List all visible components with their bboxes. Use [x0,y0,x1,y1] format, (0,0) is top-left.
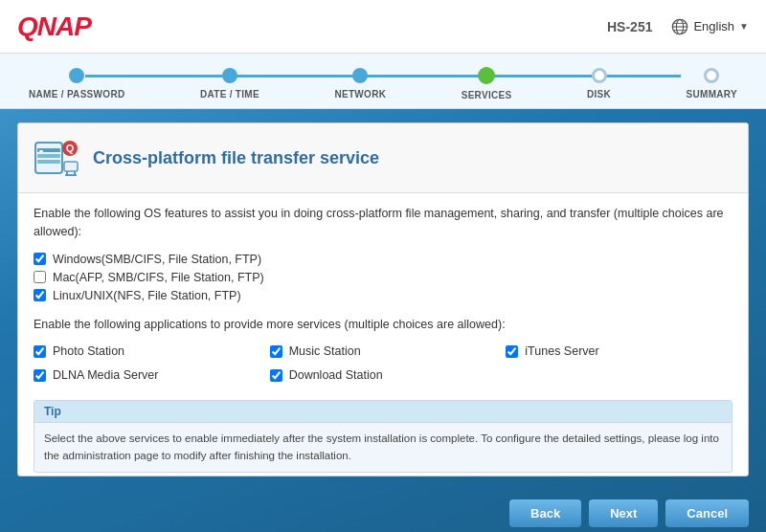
svg-rect-7 [37,154,60,158]
step-label-5: DISK [587,89,611,100]
qnap-logo: QNAP [17,11,91,42]
checkbox-download-input[interactable] [270,369,282,382]
globe-icon [671,18,688,35]
svg-rect-8 [37,160,60,164]
wizard-bar: NAME / PASSWORD DATE / TIME NETWORK SERV… [0,54,766,109]
checkbox-photo: Photo Station [34,344,260,358]
step-circle-1 [69,68,84,83]
section-header: Q Cross-platform file transfer service [18,123,748,193]
checkbox-music: Music Station [270,344,497,358]
language-label: English [693,19,734,33]
tip-text: Select the above services to enable imme… [34,423,732,472]
step-label-1: NAME / PASSWORD [29,89,124,100]
main-content-area: Q Cross-platform file transfer service E… [17,122,749,477]
os-description: Enable the following OS features to assi… [34,205,732,241]
language-selector[interactable]: English ▼ [671,18,749,35]
checkbox-windows-input[interactable] [34,253,46,265]
checkbox-dlna: DLNA Media Server [34,368,260,382]
next-button[interactable]: Next [589,499,658,527]
checkbox-linux-input[interactable] [34,289,46,301]
checkbox-photo-input[interactable] [34,345,46,358]
step-summary: SUMMARY [687,68,737,100]
tip-box: Tip Select the above services to enable … [34,400,732,473]
checkbox-mac: Mac(AFP, SMB/CIFS, File Station, FTP) [34,271,732,284]
svg-text:Q: Q [66,143,75,154]
step-circle-2 [222,68,237,83]
checkbox-mac-input[interactable] [34,271,46,283]
step-circle-6 [704,68,719,83]
section-title: Cross-platform file transfer service [93,148,379,168]
checkbox-dlna-input[interactable] [34,369,46,382]
step-circle-3 [352,68,368,83]
lang-arrow: ▼ [739,21,749,32]
footer: Back Next Cancel [0,490,766,532]
apps-section: Enable the following applications to pro… [34,316,732,388]
checkbox-download-label: Download Station [289,368,383,382]
step-label-2: DATE / TIME [200,89,259,100]
checkbox-itunes-label: iTunes Server [525,344,598,358]
cancel-button[interactable]: Cancel [665,499,749,527]
checkbox-music-label: Music Station [289,344,361,358]
svg-rect-9 [39,150,43,152]
step-circle-5 [592,68,607,83]
checkbox-mac-label: Mac(AFP, SMB/CIFS, File Station, FTP) [53,271,264,284]
header-right: HS-251 English ▼ [607,18,749,35]
step-circle-4 [478,67,495,84]
step-services: SERVICES [462,67,512,100]
os-checkboxes: Windows(SMB/CIFS, File Station, FTP) Mac… [34,253,732,302]
step-label-3: NETWORK [334,89,386,100]
step-disk: DISK [587,68,611,100]
step-date-time: DATE / TIME [200,68,259,100]
svg-rect-12 [64,162,78,171]
step-label-6: SUMMARY [687,89,737,100]
checkbox-dlna-label: DLNA Media Server [53,368,158,382]
checkbox-itunes-input[interactable] [506,345,518,358]
checkbox-windows-label: Windows(SMB/CIFS, File Station, FTP) [53,253,261,266]
steps-row: NAME / PASSWORD DATE / TIME NETWORK SERV… [29,67,737,100]
step-network: NETWORK [334,68,386,100]
apps-description: Enable the following applications to pro… [34,316,732,334]
content-scroll: Enable the following OS features to assi… [18,193,748,476]
checkbox-download: Download Station [270,368,497,382]
apps-grid: Photo Station Music Station iTunes Serve… [34,344,732,387]
checkbox-music-input[interactable] [270,345,282,358]
section-icon: Q [34,135,79,181]
tip-header: Tip [34,401,732,423]
checkbox-windows: Windows(SMB/CIFS, File Station, FTP) [34,253,732,266]
step-name-password: NAME / PASSWORD [29,68,124,100]
step-label-4: SERVICES [462,90,512,100]
checkbox-photo-label: Photo Station [53,344,124,358]
header: QNAP HS-251 English ▼ [0,0,766,54]
device-name: HS-251 [607,19,652,34]
back-button[interactable]: Back [509,499,581,527]
checkbox-linux-label: Linux/UNIX(NFS, File Station, FTP) [53,289,241,302]
checkbox-linux: Linux/UNIX(NFS, File Station, FTP) [34,289,732,302]
checkbox-itunes: iTunes Server [506,344,732,358]
